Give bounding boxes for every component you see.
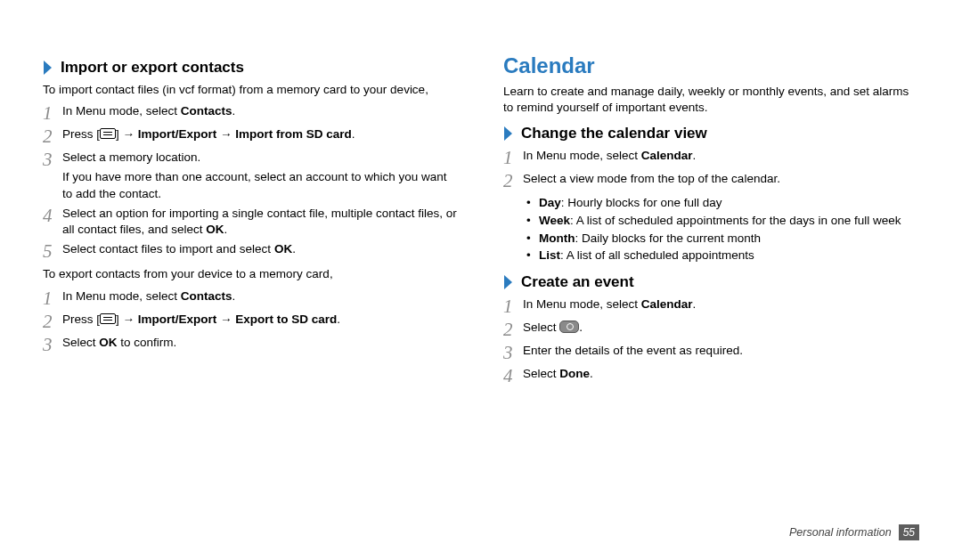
step-number: 2 (43, 312, 62, 331)
subhead-create-event: Create an event (503, 273, 919, 291)
section-intro: Learn to create and manage daily, weekly… (503, 84, 919, 116)
step-number: 4 (503, 366, 523, 386)
chevron-icon (43, 60, 55, 76)
step: 1 In Menu mode, select Contacts. (43, 288, 459, 308)
step-number: 1 (43, 288, 62, 308)
step-number: 3 (43, 335, 62, 354)
step-number: 3 (43, 150, 62, 169)
step-text: Press [] → Import/Export → Export to SD … (62, 312, 459, 328)
list-item: Week: A list of scheduled appointments f… (526, 212, 919, 230)
list-item: Month: Daily blocks for the current mont… (526, 230, 919, 248)
step-number: 1 (503, 296, 523, 316)
step: 5 Select contact files to import and sel… (43, 241, 459, 261)
subhead-change-view: Change the calendar view (503, 125, 919, 142)
subhead-text: Create an event (521, 273, 634, 291)
intro-text: To export contacts from your device to a… (43, 266, 459, 282)
step-text: Enter the details of the event as requir… (523, 343, 919, 359)
right-column: Calendar Learn to create and manage dail… (503, 53, 919, 389)
step-text: In Menu mode, select Calendar. (523, 148, 919, 164)
step: 3 Enter the details of the event as requ… (503, 343, 919, 362)
step-number: 3 (503, 343, 523, 362)
subhead-text: Import or export contacts (61, 59, 244, 77)
step: 2 Press [] → Import/Export → Import from… (43, 126, 459, 146)
subhead-text: Change the calendar view (521, 125, 707, 142)
step-text: In Menu mode, select Contacts. (62, 288, 459, 304)
menu-key-icon (100, 128, 116, 139)
step-number: 1 (503, 148, 523, 167)
step: 3 Select OK to confirm. (43, 335, 459, 354)
list-item: Day: Hourly blocks for one full day (526, 194, 919, 212)
step-number: 2 (503, 171, 523, 191)
chevron-icon (503, 274, 516, 290)
step: 4 Select Done. (503, 366, 919, 386)
step-text: Select a memory location. If you have mo… (62, 150, 459, 202)
step-text: Press [] → Import/Export → Import from S… (62, 126, 459, 142)
step: 2 Select a view mode from the top of the… (503, 171, 919, 191)
step: 1 In Menu mode, select Contacts. (43, 103, 459, 123)
step-text: In Menu mode, select Calendar. (523, 296, 919, 312)
menu-key-icon (100, 313, 116, 324)
step: 2 Press [] → Import/Export → Export to S… (43, 312, 459, 331)
page-footer: Personal information 55 (789, 524, 919, 540)
step-text: Select Done. (523, 366, 919, 382)
section-title: Calendar (503, 53, 919, 78)
step-text: Select contact files to import and selec… (62, 241, 459, 257)
step-number: 4 (43, 206, 62, 225)
step: 1 In Menu mode, select Calendar. (503, 296, 919, 316)
chevron-icon (503, 126, 516, 142)
step-text: In Menu mode, select Contacts. (62, 103, 459, 119)
camera-icon (559, 321, 579, 333)
step-number: 2 (503, 320, 523, 339)
step: 4 Select an option for importing a singl… (43, 206, 459, 238)
list-item: List: A list of all scheduled appointmen… (526, 247, 919, 264)
step: 3 Select a memory location. If you have … (43, 150, 459, 202)
view-modes-list: Day: Hourly blocks for one full day Week… (526, 194, 919, 264)
footer-section: Personal information (789, 526, 892, 539)
step-text: Select a view mode from the top of the c… (523, 171, 919, 187)
manual-page: Import or export contacts To import cont… (0, 0, 962, 425)
subhead-import-export: Import or export contacts (43, 59, 459, 77)
step-number: 2 (43, 126, 62, 146)
step-text: Select an option for importing a single … (62, 206, 459, 238)
left-column: Import or export contacts To import cont… (43, 53, 459, 389)
step: 2 Select . (503, 320, 919, 339)
step-text: Select . (523, 320, 919, 336)
step-number: 1 (43, 103, 62, 123)
step-text: Select OK to confirm. (62, 335, 459, 351)
step: 1 In Menu mode, select Calendar. (503, 148, 919, 167)
step-number: 5 (43, 241, 62, 261)
intro-text: To import contact files (in vcf format) … (43, 82, 459, 98)
page-number: 55 (899, 524, 919, 540)
